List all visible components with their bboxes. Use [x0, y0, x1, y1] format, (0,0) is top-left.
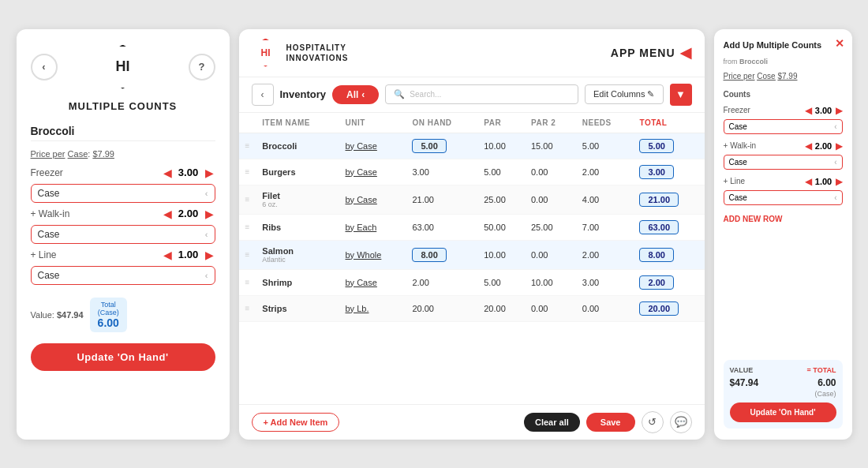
unit-select-line[interactable]: Case ‹ [31, 266, 215, 285]
close-button[interactable]: ✕ [835, 37, 844, 50]
needs-cell: 5.00 [576, 133, 634, 159]
right-unit-freezer[interactable]: Case ‹ [724, 119, 843, 134]
value-freezer: 3.00 [177, 167, 200, 178]
right-update-button[interactable]: Update 'On Hand' [730, 402, 836, 422]
right-decrement-walkin[interactable]: ◀ [805, 140, 812, 152]
inventory-table-wrap: ITEM NAME UNIT ON HAND PAR PAR 2 NEEDS T… [239, 113, 705, 404]
onhand-cell: 2.00 [406, 269, 477, 295]
col-unit: UNIT [339, 113, 406, 133]
right-value-walkin: 2.00 [814, 141, 834, 151]
table-row: ≡ Filet 6 oz. by Case 21.00 25.00 0.00 4… [239, 185, 705, 214]
app-menu[interactable]: APP MENU ◀ [611, 44, 692, 62]
counts-section: Freezer ◀ 3.00 ▶ Case ‹ + Walk-in ◀ 2.00… [31, 167, 215, 285]
undo-button[interactable]: ↺ [642, 411, 664, 433]
drag-handle: ≡ [239, 295, 256, 321]
right-unit-line[interactable]: Case ‹ [724, 190, 843, 205]
right-increment-freezer[interactable]: ▶ [836, 105, 843, 116]
unit-cell[interactable]: by Case [339, 133, 406, 159]
value-line: 1.00 [177, 249, 200, 260]
add-item-button[interactable]: + Add New Item [252, 413, 340, 432]
inventory-back-button[interactable]: ‹ [252, 84, 274, 106]
par-cell: 25.00 [477, 185, 525, 214]
right-decrement-freezer[interactable]: ◀ [805, 105, 812, 116]
decrement-freezer[interactable]: ◀ [162, 167, 174, 179]
value-display: Value: $47.94 [31, 310, 84, 320]
total-cell: 8.00 [633, 240, 704, 269]
par2-cell: 15.00 [525, 133, 576, 159]
par-cell: 5.00 [477, 269, 525, 295]
logo: HI [101, 45, 145, 89]
right-increment-line[interactable]: ▶ [836, 176, 843, 187]
stepper-line: ◀ 1.00 ▶ [162, 249, 215, 261]
item-name-cell: Salmon Atlantic [256, 240, 339, 269]
filter-all-tab[interactable]: All ‹ [332, 85, 379, 104]
unit-select-freezer[interactable]: Case ‹ [31, 184, 215, 203]
unit-cell[interactable]: by Case [339, 269, 406, 295]
par-cell: 5.00 [477, 159, 525, 185]
unit-cell[interactable]: by Whole [339, 240, 406, 269]
unit-cell[interactable]: by Case [339, 159, 406, 185]
unit-cell[interactable]: by Case [339, 185, 406, 214]
onhand-cell: 63.00 [406, 214, 477, 240]
unit-select-walkin[interactable]: Case ‹ [31, 225, 215, 244]
chevron-icon: ‹ [834, 193, 836, 202]
right-unit-walkin[interactable]: Case ‹ [724, 155, 843, 170]
right-increment-walkin[interactable]: ▶ [836, 140, 843, 152]
count-row-walkin: + Walk-in ◀ 2.00 ▶ [31, 208, 215, 220]
par-cell: 10.00 [477, 133, 525, 159]
brand-logo: HI [252, 39, 280, 67]
total-header-label: = TOTAL [807, 366, 836, 374]
chevron-icon: ‹ [834, 122, 836, 131]
needs-cell: 4.00 [576, 185, 634, 214]
increment-freezer[interactable]: ▶ [204, 167, 215, 179]
unit-cell[interactable]: by Lb. [339, 295, 406, 321]
drag-handle: ≡ [239, 269, 256, 295]
save-button[interactable]: Save [586, 413, 635, 432]
par2-cell: 0.00 [525, 240, 576, 269]
drag-handle: ≡ [239, 240, 256, 269]
value-walkin: 2.00 [177, 208, 200, 219]
onhand-cell: 21.00 [406, 185, 477, 214]
onhand-cell: 8.00 [406, 240, 477, 269]
col-needs: NEEDS [576, 113, 634, 133]
update-onhand-button[interactable]: Update 'On Hand' [31, 343, 215, 371]
filter-button[interactable]: ▼ [670, 84, 692, 106]
increment-line[interactable]: ▶ [204, 249, 215, 261]
inventory-table: ITEM NAME UNIT ON HAND PAR PAR 2 NEEDS T… [239, 113, 705, 322]
add-new-row-button[interactable]: ADD NEW ROW [724, 215, 843, 223]
count-label-freezer: Freezer [31, 167, 74, 178]
left-panel: ‹ HI ? MULTIPLE COUNTS Broccoli Price pe… [17, 29, 230, 440]
count-row-freezer: Freezer ◀ 3.00 ▶ [31, 167, 215, 179]
right-count-label-line: + Line [724, 177, 805, 185]
par2-cell: 0.00 [525, 159, 576, 185]
right-decrement-line[interactable]: ◀ [805, 176, 812, 187]
right-title: Add Up Multiple Counts [724, 40, 843, 50]
needs-cell: 0.00 [576, 295, 634, 321]
col-par: PAR [477, 113, 525, 133]
count-label-line: + Line [31, 249, 74, 260]
decrement-walkin[interactable]: ◀ [162, 208, 174, 220]
right-value-display: $47.94 [730, 377, 759, 388]
total-cell: 63.00 [633, 214, 704, 240]
increment-walkin[interactable]: ▶ [204, 208, 215, 220]
clear-all-button[interactable]: Clear all [524, 413, 580, 432]
toolbar: ‹ Inventory All ‹ 🔍 Search... Edit Colum… [239, 77, 705, 113]
count-label-walkin: + Walk-in [31, 208, 74, 219]
back-button[interactable]: ‹ [31, 54, 58, 80]
drag-handle: ≡ [239, 214, 256, 240]
unit-cell[interactable]: by Each [339, 214, 406, 240]
right-stepper-line: ◀ 1.00 ▶ [805, 176, 843, 187]
chat-button[interactable]: 💬 [670, 411, 692, 433]
col-onhand: ON HAND [406, 113, 477, 133]
search-box[interactable]: 🔍 Search... [385, 84, 578, 104]
edit-columns-button[interactable]: Edit Columns ✎ [585, 84, 663, 104]
inventory-label: Inventory [280, 88, 327, 100]
right-bottom-values: $47.94 6.00 [730, 377, 836, 388]
help-button[interactable]: ? [189, 54, 215, 80]
drag-handle: ≡ [239, 185, 256, 214]
needs-cell: 3.00 [576, 269, 634, 295]
decrement-line[interactable]: ◀ [162, 249, 174, 261]
main-header: HI HOSPITALITY INNOVATIONS APP MENU ◀ [239, 29, 705, 77]
main-footer: + Add New Item Clear all Save ↺ 💬 [239, 404, 705, 440]
search-icon: 🔍 [394, 89, 405, 99]
